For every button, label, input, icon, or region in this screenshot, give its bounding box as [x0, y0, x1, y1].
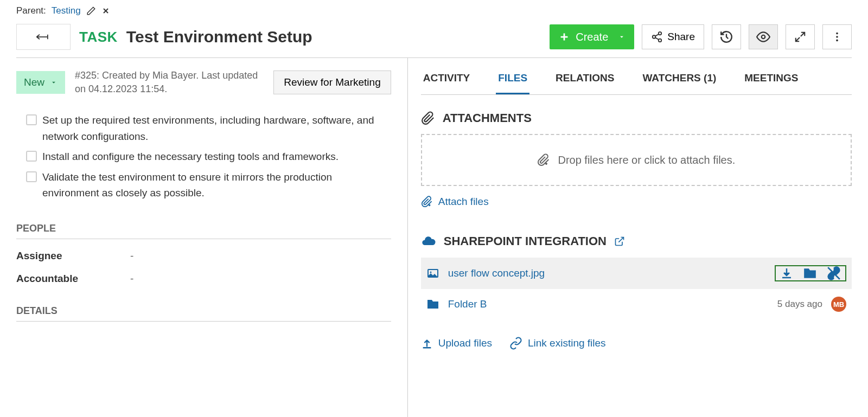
assignee-field[interactable]: Assignee - [16, 245, 391, 267]
svg-point-7 [836, 40, 838, 42]
breadcrumb: Parent: Testing [0, 0, 868, 16]
link-icon [509, 337, 522, 350]
checklist-item: Install and configure the necessary test… [26, 149, 381, 164]
file-actions [775, 265, 846, 281]
file-name[interactable]: Folder B [448, 298, 769, 310]
checklist-item: Validate the test environment to ensure … [26, 169, 381, 201]
sharepoint-file-list: user flow concept.jpg [421, 258, 852, 319]
assignee-value: - [130, 250, 133, 262]
tab-files[interactable]: FILES [496, 63, 529, 94]
tab-relations[interactable]: RELATIONS [553, 63, 616, 94]
assignee-label: Assignee [16, 250, 130, 262]
history-button[interactable] [712, 24, 741, 49]
close-icon[interactable] [101, 7, 110, 15]
attach-plus-icon [421, 196, 433, 208]
svg-point-1 [659, 32, 662, 35]
meta-text: #325: Created by Mia Bayer. Last updated… [75, 69, 264, 96]
unlink-icon[interactable] [827, 266, 841, 280]
external-link-icon[interactable] [614, 236, 625, 247]
checkbox[interactable] [26, 151, 37, 162]
watch-button[interactable] [749, 24, 778, 49]
create-label: Create [576, 31, 608, 43]
accountable-value: - [130, 273, 133, 285]
folder-open-icon[interactable] [803, 266, 817, 280]
svg-point-3 [659, 39, 662, 42]
page-title: Test Environment Setup [126, 28, 541, 46]
checkbox[interactable] [26, 114, 37, 125]
svg-point-4 [762, 35, 765, 39]
svg-point-9 [430, 272, 431, 273]
attach-files-label: Attach files [438, 196, 489, 208]
breadcrumb-link[interactable]: Testing [52, 5, 81, 16]
edit-icon[interactable] [86, 6, 96, 16]
toolbar: Create Share [550, 24, 852, 49]
tab-watchers[interactable]: WATCHERS (1) [640, 63, 718, 94]
right-pane: ACTIVITY FILES RELATIONS WATCHERS (1) ME… [408, 58, 868, 417]
work-package-type: TASK [79, 29, 118, 46]
checklist-item: Set up the required test environments, i… [26, 112, 381, 144]
upload-icon [421, 337, 433, 349]
folder-icon [426, 298, 439, 311]
status-dropdown[interactable]: New [16, 71, 65, 94]
attachments-title: ATTACHMENTS [443, 111, 532, 125]
link-existing-link[interactable]: Link existing files [509, 337, 606, 350]
dropzone[interactable]: Drop files here or click to attach files… [421, 134, 852, 186]
svg-point-5 [836, 33, 838, 35]
attach-icon [537, 153, 550, 166]
file-row[interactable]: user flow concept.jpg [421, 258, 852, 289]
accountable-field[interactable]: Accountable - [16, 267, 391, 290]
sharepoint-title: SHAREPOINT INTEGRATION [444, 234, 607, 248]
share-label: Share [667, 31, 695, 43]
checklist-text: Validate the test environment to ensure … [42, 169, 381, 201]
description-checklist: Set up the required test environments, i… [26, 112, 381, 201]
checkbox[interactable] [26, 171, 37, 182]
upload-files-link[interactable]: Upload files [421, 337, 492, 350]
svg-point-6 [836, 36, 838, 38]
file-meta: 5 days ago [777, 299, 822, 310]
file-row[interactable]: Folder B 5 days ago MB [421, 289, 852, 319]
avatar: MB [831, 297, 846, 312]
more-button[interactable] [822, 24, 852, 49]
details-header: DETAILS [16, 305, 391, 322]
paperclip-icon [421, 111, 435, 125]
header: TASK Test Environment Setup Create Share [0, 16, 868, 57]
share-button[interactable]: Share [642, 24, 704, 49]
upload-label: Upload files [438, 337, 492, 349]
cloud-icon [421, 234, 436, 249]
svg-point-2 [653, 35, 656, 39]
chevron-down-icon [50, 79, 58, 86]
download-icon[interactable] [780, 266, 793, 280]
sharepoint-header: SHAREPOINT INTEGRATION [421, 234, 852, 249]
left-pane: New #325: Created by Mia Bayer. Last upd… [0, 58, 408, 417]
back-button[interactable] [16, 24, 71, 50]
checklist-text: Install and configure the necessary test… [42, 149, 339, 164]
svg-rect-0 [47, 35, 48, 39]
people-header: PEOPLE [16, 223, 391, 239]
attachments-header: ATTACHMENTS [421, 111, 852, 125]
accountable-label: Accountable [16, 273, 130, 285]
tab-activity[interactable]: ACTIVITY [421, 63, 473, 94]
fullscreen-button[interactable] [786, 24, 815, 49]
image-icon [426, 267, 439, 280]
attach-files-link[interactable]: Attach files [421, 196, 489, 208]
checklist-text: Set up the required test environments, i… [42, 112, 381, 144]
file-name[interactable]: user flow concept.jpg [448, 267, 766, 279]
tabs: ACTIVITY FILES RELATIONS WATCHERS (1) ME… [421, 58, 852, 95]
dropzone-text: Drop files here or click to attach files… [558, 154, 735, 166]
breadcrumb-label: Parent: [16, 5, 46, 16]
tab-meetings[interactable]: MEETINGS [742, 63, 800, 94]
link-existing-label: Link existing files [528, 337, 606, 349]
status-label: New [24, 76, 44, 88]
review-button[interactable]: Review for Marketing [273, 70, 391, 94]
create-button[interactable]: Create [550, 24, 634, 49]
